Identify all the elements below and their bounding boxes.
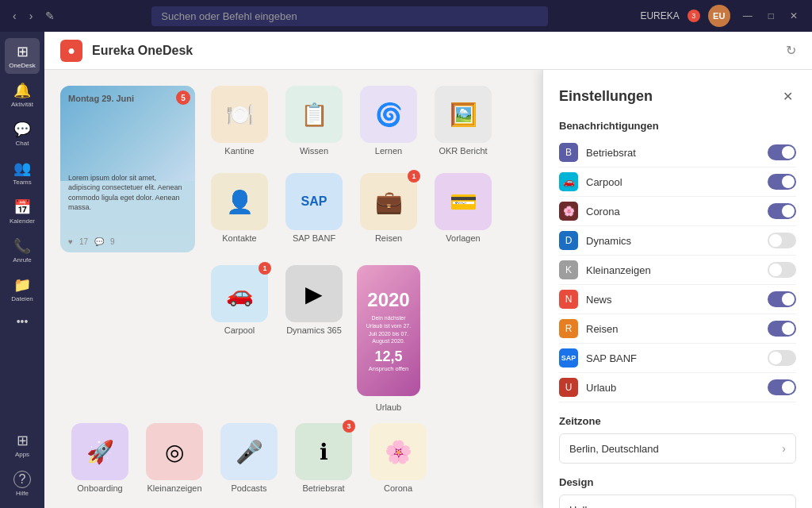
corona-notif-label: Corona [586,206,768,217]
betriebsrat-notif-label: Betriebsrat [586,147,768,159]
corona-toggle[interactable] [768,203,796,219]
calls-icon: 📞 [13,237,31,255]
okr-icon: 🖼️ [435,86,492,143]
sidebar-item-teams[interactable]: 👥 Teams [5,155,40,190]
news-toggle[interactable] [768,291,796,307]
app-tile-okr[interactable]: 🖼️ OKR Bericht [431,86,495,165]
app-tile-vorlagen[interactable]: 💳 Vorlagen [431,173,495,252]
reisen-icon: 💼 1 [360,173,417,230]
sidebar-item-calls[interactable]: 📞 Anrufe [5,233,40,268]
carpool-notif-icon: 🚗 [559,172,578,191]
design-row[interactable]: Hell › [559,495,796,508]
app-tile-sap[interactable]: SAP SAP BANF [282,173,346,252]
like-icon: ♥ [68,237,73,246]
minimize-button[interactable]: — [737,7,759,25]
search-input[interactable] [151,6,548,26]
news-card[interactable]: 5 Montag 29. Juni Lorem ipsum dolor sit … [60,86,195,252]
dynamics-icon: ▶ [285,265,343,322]
notifications-list: B Betriebsrat 🚗 Carpool 🌸 Corona [559,138,796,402]
app-tile-dynamics[interactable]: ▶ Dynamics 365 [282,265,346,396]
kleinanzeigen-label: Kleinanzeigen [147,483,201,493]
close-button[interactable]: ✕ [783,7,804,25]
app-tile-corona[interactable]: 🌸 Corona [366,423,430,493]
design-section-title: Design [559,476,796,488]
urlaub-notif-label: Urlaub [586,382,768,394]
likes-count: 17 [79,237,88,246]
sidebar-item-activity[interactable]: 🔔 Aktivität [5,77,40,113]
betriebsrat-badge: 3 [343,420,355,433]
urlaub-toggle[interactable] [768,379,796,395]
notification-betriebsrat: B Betriebsrat [559,138,796,167]
sidebar-item-files[interactable]: 📁 Dateien [5,271,40,307]
carpool-toggle[interactable] [768,174,796,190]
corona-notif-icon: 🌸 [559,202,578,221]
timezone-value: Berlin, Deutschland [569,443,659,455]
carpool-label2 [208,402,271,412]
calendar-icon: 📅 [13,198,31,216]
lernen-label: Lernen [375,146,402,156]
teams-icon: 👥 [13,160,31,177]
app-tile-kleinanzeigen[interactable]: ◎ Kleinanzeigen [143,423,206,493]
more-icon: ••• [17,315,29,328]
design-section: Design Hell › [559,476,796,508]
app-tile-kontakte[interactable]: 👤 Kontakte [208,173,271,252]
sidebar-label-files: Dateien [11,295,33,302]
betriebsrat-toggle[interactable] [768,144,796,160]
forward-button[interactable]: › [25,8,38,24]
reisen-label: Reisen [375,233,402,243]
sidebar-item-more[interactable]: ••• [5,310,40,333]
notification-news: N News [559,285,796,314]
sidebar-item-help[interactable]: ? Hilfe [5,466,40,502]
reisen-badge: 1 [408,170,420,183]
app-tile-wissen[interactable]: 📋 Wissen [282,86,346,165]
maximize-button[interactable]: □ [762,7,780,25]
podcasts-icon: 🎤 [220,423,278,480]
vacation-sub: Anspruch offen [369,365,408,372]
onboarding-icon: 🚀 [71,423,128,480]
vorlagen-label: Vorlagen [446,233,480,243]
notifications-section-title: Benachrichtigungen [559,120,796,132]
app-tile-reisen[interactable]: 💼 1 Reisen [357,173,420,252]
vacation-year: 2020 [367,289,409,311]
sidebar-item-onedesk[interactable]: ⊞ OneDesk [5,38,40,74]
app-tile-kantine[interactable]: 🍽️ Kantine [208,86,271,165]
dynamics-toggle[interactable] [768,233,796,248]
wissen-icon: 📋 [285,86,343,143]
sidebar-item-chat[interactable]: 💬 Chat [5,116,40,152]
timezone-chevron-icon: › [782,442,786,455]
notification-dynamics: D Dynamics [559,226,796,256]
sidebar-item-calendar[interactable]: 📅 Kalender [5,194,40,229]
settings-close-button[interactable]: ✕ [779,86,796,107]
kleinanzeigen-toggle[interactable] [768,262,796,278]
onboarding-label: Onboarding [77,483,123,493]
timezone-row[interactable]: Berlin, Deutschland › [559,433,796,464]
kleinanzeigen-notif-icon: K [559,260,578,279]
corona-label: Corona [384,483,412,493]
compose-button[interactable]: ✎ [40,8,59,24]
betriebsrat-notif-icon: B [559,143,578,162]
avatar[interactable]: EU [708,5,730,27]
content-area: 5 Montag 29. Juni Lorem ipsum dolor sit … [44,70,812,508]
back-button[interactable]: ‹ [8,8,21,24]
app-tile-lernen[interactable]: 🌀 Lernen [357,86,420,165]
help-icon: ? [13,471,31,488]
sap-toggle[interactable] [768,350,796,366]
sidebar-item-apps[interactable]: ⊞ Apps [5,427,40,463]
app-tile-onboarding[interactable]: 🚀 Onboarding [68,423,132,493]
vacation-card[interactable]: 2020 Dein nächster Urlaub ist vom 27. Ju… [357,265,420,396]
corona-icon: 🌸 [370,423,427,480]
carpool-badge: 1 [259,262,271,275]
reisen-toggle[interactable] [768,321,796,337]
app-tile-podcasts[interactable]: 🎤 Podcasts [217,423,281,493]
app-title: Eureka OneDesk [92,44,193,58]
app-tile-betriebsrat[interactable]: ℹ 3 Betriebsrat [292,423,355,493]
app-area: ● Eureka OneDesk ↻ 5 Montag 29. Juni Lor… [44,32,812,508]
refresh-button[interactable]: ↻ [786,43,796,58]
app-logo-icon: ● [67,44,75,58]
vacation-number: 12,5 [374,348,402,365]
news-text: Lorem ipsum dolor sit amet, adipiscing c… [68,173,187,213]
app-tile-carpool[interactable]: 🚗 1 Carpool [208,265,271,396]
sidebar-label-calendar: Kalender [10,217,35,225]
kleinanzeigen-icon: ◎ [146,423,203,480]
news-notif-icon: N [559,290,578,309]
